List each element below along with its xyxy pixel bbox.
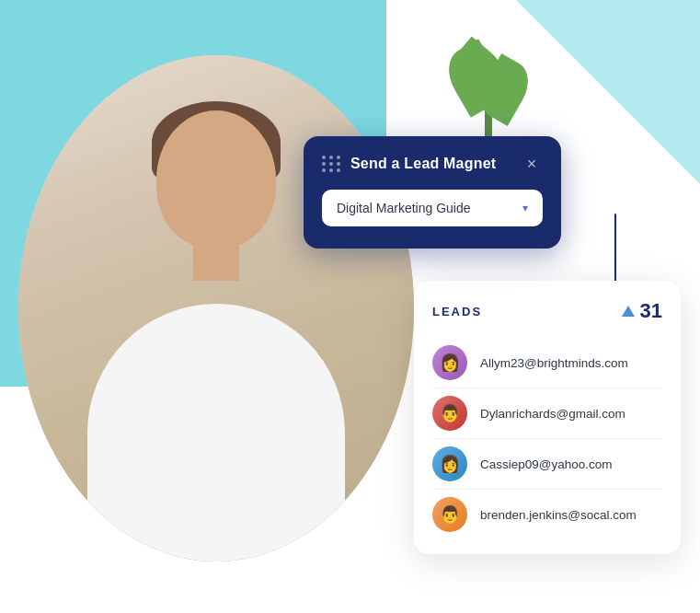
dropdown-arrow-icon: ▾ bbox=[522, 202, 528, 214]
leads-count: 31 bbox=[622, 299, 662, 323]
avatar: 👨 bbox=[432, 396, 467, 431]
dropdown-value: Digital Marketing Guide bbox=[337, 201, 471, 215]
leads-card: LEADS 31 👩Allym23@brightminds.com👨Dylanr… bbox=[414, 281, 681, 554]
lead-email: brenden.jenkins@socal.com bbox=[480, 508, 637, 522]
avatar: 👨 bbox=[432, 497, 467, 532]
drag-handle-icon[interactable] bbox=[322, 156, 341, 172]
card-header: Send a Lead Magnet × bbox=[322, 153, 543, 175]
lead-email: Dylanrichards@gmail.com bbox=[480, 407, 625, 421]
lead-email: Cassiep09@yahoo.com bbox=[480, 457, 613, 471]
lead-email: Allym23@brightminds.com bbox=[480, 356, 628, 370]
avatar: 👩 bbox=[432, 345, 467, 380]
lead-item: 👩Allym23@brightminds.com bbox=[432, 338, 662, 388]
lead-item: 👩Cassiep09@yahoo.com bbox=[432, 439, 662, 490]
card-header-left: Send a Lead Magnet bbox=[322, 156, 496, 172]
close-button[interactable]: × bbox=[521, 153, 543, 175]
leads-list: 👩Allym23@brightminds.com👨Dylanrichards@g… bbox=[432, 338, 662, 539]
main-scene: Send a Lead Magnet × Digital Marketing G… bbox=[0, 0, 700, 613]
lead-item: 👨brenden.jenkins@socal.com bbox=[432, 490, 662, 539]
card-title: Send a Lead Magnet bbox=[350, 156, 496, 172]
triangle-up-icon bbox=[622, 306, 635, 317]
leads-number: 31 bbox=[640, 299, 662, 323]
leads-header: LEADS 31 bbox=[432, 299, 662, 323]
leads-title: LEADS bbox=[432, 305, 482, 318]
lead-item: 👨Dylanrichards@gmail.com bbox=[432, 388, 662, 439]
avatar: 👩 bbox=[432, 446, 467, 481]
lead-magnet-dropdown[interactable]: Digital Marketing Guide ▾ bbox=[322, 190, 543, 226]
person-photo bbox=[18, 55, 414, 561]
lead-magnet-card: Send a Lead Magnet × Digital Marketing G… bbox=[304, 136, 561, 249]
